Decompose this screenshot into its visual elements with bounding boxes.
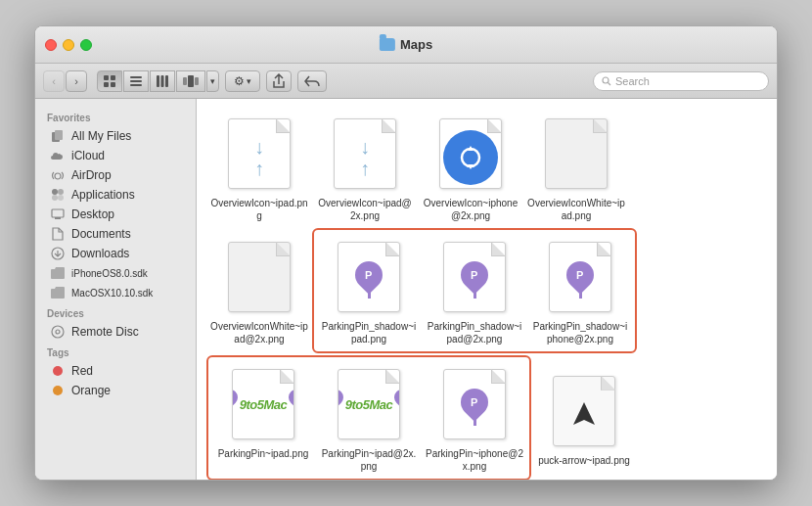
icon-view-button[interactable] — [97, 70, 122, 92]
sidebar-label: MacOSX10.10.sdk — [71, 288, 153, 299]
svg-rect-9 — [165, 75, 168, 87]
minimize-button[interactable] — [63, 39, 74, 51]
sidebar-item-macosx[interactable]: MacOSX10.10.sdk — [39, 283, 192, 302]
sidebar-item-remote-disc[interactable]: Remote Disc — [39, 322, 192, 342]
file-thumb: ↓ ↑ — [326, 115, 404, 193]
file-item[interactable]: P 9to5Mac P — [316, 359, 422, 477]
sidebar-item-documents[interactable]: Documents — [39, 224, 192, 244]
file-name: ParkingPin~iphone@2x.png — [426, 447, 523, 473]
file-thumb: P — [330, 238, 408, 316]
file-row-2: OverviewIconWhite~ipad@2x.png P — [206, 228, 767, 353]
close-button[interactable] — [45, 39, 57, 51]
file-row-1: ↓ ↑ OverviewIcon~ipad.png ↓ ↑ — [206, 109, 767, 226]
sidebar-label: Desktop — [71, 207, 114, 221]
puck-arrow-icon — [569, 400, 599, 430]
svg-point-19 — [58, 189, 64, 195]
airdrop-icon — [51, 168, 65, 182]
sidebar-label: Orange — [71, 384, 111, 397]
folder-icon — [51, 266, 65, 280]
file-thumb: ↓ ↑ — [220, 115, 298, 193]
sidebar-label: Downloads — [71, 247, 129, 260]
sidebar-item-tag-red[interactable]: Red — [39, 361, 192, 381]
cloud-icon — [51, 149, 65, 162]
svg-rect-16 — [55, 130, 63, 140]
file-content: ↓ ↑ OverviewIcon~ipad.png ↓ ↑ — [197, 99, 777, 480]
svg-marker-29 — [573, 402, 595, 425]
sidebar-item-iphoneos[interactable]: iPhoneOS8.0.sdk — [39, 263, 192, 283]
sidebar: Favorites All My Files iClou — [35, 99, 197, 480]
sidebar-label: Applications — [71, 188, 135, 202]
back-button[interactable]: ‹ — [43, 70, 65, 92]
title-label: Maps — [400, 37, 432, 52]
file-thumb — [220, 238, 298, 316]
finder-window: Maps ‹ › — [34, 25, 778, 481]
selection-group-row2: P ParkingPin_shadow~ipad.png — [312, 228, 637, 353]
svg-rect-3 — [111, 82, 115, 87]
sidebar-item-applications[interactable]: Applications — [39, 185, 192, 205]
svg-point-21 — [58, 195, 64, 201]
left-arrow-icon — [304, 75, 320, 87]
file-item[interactable]: OverviewIconWhite~ipad@2x.png — [206, 232, 312, 349]
disc-icon — [51, 325, 65, 339]
sidebar-item-icloud[interactable]: iCloud — [39, 146, 192, 165]
file-thumb — [431, 115, 510, 193]
sidebar-item-downloads[interactable]: Downloads — [39, 244, 192, 263]
svg-rect-0 — [104, 75, 109, 80]
desktop-icon — [51, 207, 65, 221]
list-view-button[interactable] — [123, 70, 149, 92]
column-view-button[interactable] — [150, 70, 175, 92]
maximize-button[interactable] — [80, 39, 92, 51]
share-icon — [272, 73, 286, 89]
file-thumb: P — [435, 238, 514, 316]
sidebar-label: iPhoneOS8.0.sdk — [71, 268, 148, 279]
folder-icon-2 — [51, 286, 65, 299]
file-item[interactable]: OverviewIconWhite~ipad.png — [523, 109, 629, 226]
tags-section-title: Tags — [35, 342, 196, 361]
sidebar-label: All My Files — [71, 129, 131, 143]
arrows-circle-icon — [457, 144, 484, 171]
file-item[interactable]: P ParkingPin_shadow~ipad.png — [316, 232, 422, 349]
svg-point-17 — [55, 173, 61, 179]
sidebar-item-airdrop[interactable]: AirDrop — [39, 165, 192, 185]
sidebar-item-all-my-files[interactable]: All My Files — [39, 126, 192, 146]
svg-rect-11 — [183, 77, 187, 85]
svg-point-20 — [52, 195, 58, 201]
action-button[interactable]: ⚙ ▾ — [225, 70, 260, 92]
sidebar-item-desktop[interactable]: Desktop — [39, 205, 192, 224]
file-name: OverviewIconWhite~ipad@2x.png — [210, 320, 308, 345]
back-arrow-button[interactable] — [297, 70, 327, 92]
file-item[interactable]: P 9to5Mac P — [210, 359, 316, 477]
search-icon — [602, 76, 611, 86]
file-item[interactable]: puck-arrow~ipad.png — [531, 366, 637, 471]
file-name: OverviewIcon~ipad.png — [210, 197, 308, 222]
file-item[interactable]: P ParkingPin_shadow~ipad@2x.png — [422, 232, 527, 349]
file-item[interactable]: P ParkingPin_shadow~iphone@2x.png — [527, 232, 633, 349]
share-button[interactable] — [266, 70, 292, 92]
forward-button[interactable]: › — [66, 70, 87, 92]
sidebar-label: Remote Disc — [71, 325, 139, 339]
file-item[interactable]: ↓ ↑ OverviewIcon~ipad@2x.png — [312, 109, 418, 226]
sidebar-label: Red — [71, 364, 93, 378]
file-thumb — [545, 372, 623, 450]
file-name: puck-arrow~ipad.png — [538, 454, 630, 467]
traffic-lights — [45, 39, 92, 51]
sidebar-item-tag-orange[interactable]: Orange — [39, 381, 192, 400]
search-box[interactable]: Search — [593, 71, 769, 91]
sidebar-label: AirDrop — [71, 168, 112, 182]
file-item[interactable]: P ParkingPin~iphone@2x.png — [422, 359, 527, 477]
svg-rect-1 — [111, 75, 115, 80]
svg-rect-23 — [55, 217, 61, 219]
list-icon — [129, 74, 143, 88]
file-name: ParkingPin_shadow~ipad@2x.png — [426, 320, 523, 345]
file-thumb: P 9to5Mac P — [224, 365, 302, 443]
svg-rect-4 — [130, 76, 142, 78]
file-item[interactable]: ↓ ↑ OverviewIcon~ipad.png — [206, 109, 312, 226]
svg-rect-8 — [161, 75, 164, 87]
sidebar-label: Documents — [71, 227, 131, 241]
svg-rect-10 — [188, 75, 194, 87]
devices-section-title: Devices — [35, 302, 196, 322]
view-options-button[interactable]: ▾ — [206, 70, 219, 92]
coverflow-view-button[interactable] — [176, 70, 205, 92]
file-item[interactable]: OverviewIcon~iphone@2x.png — [418, 109, 523, 226]
file-name: OverviewIconWhite~ipad.png — [527, 197, 625, 222]
